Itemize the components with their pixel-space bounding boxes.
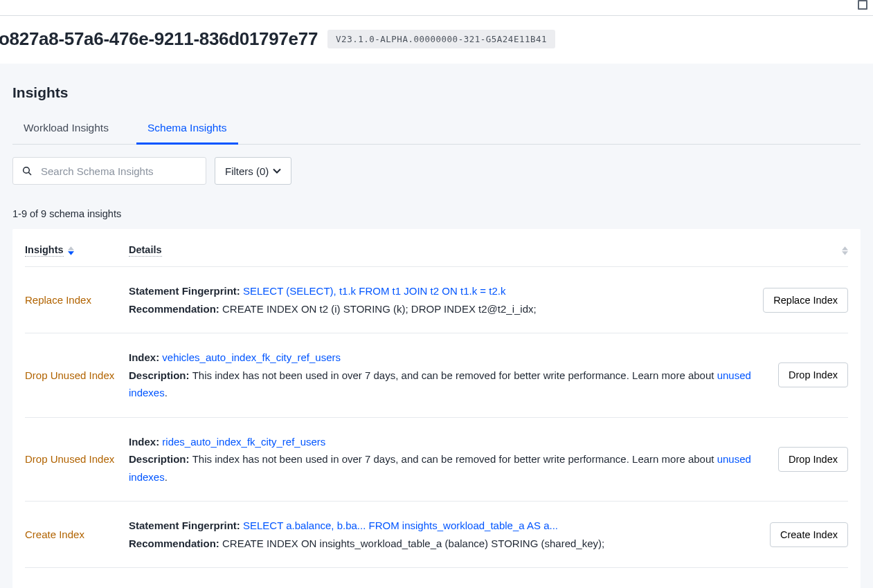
svg-point-0 (24, 167, 30, 174)
row-details: Statement Fingerprint: SELECT (SELECT), … (129, 583, 751, 588)
table-header: Insights Details (25, 240, 848, 267)
insight-type[interactable]: Replace Index (25, 294, 129, 306)
page-title: Insights (12, 84, 861, 101)
detail-text: CREATE INDEX ON insights_workload_table_… (222, 538, 604, 549)
insight-type[interactable]: Drop Unused Index (25, 369, 129, 381)
detail-label: Recommendation: (129, 303, 222, 315)
controls-bar: Filters (0) (12, 157, 861, 185)
sort-icon (68, 246, 74, 255)
table-row: Replace IndexStatement Fingerprint: SELE… (25, 267, 848, 333)
detail-label: Description: (129, 369, 192, 381)
results-panel: Insights Details Replace IndexStatement … (12, 229, 861, 588)
filters-label: Filters (0) (225, 165, 269, 177)
col-details[interactable]: Details (129, 244, 751, 257)
table-row: Drop Unused IndexIndex: rides_auto_index… (25, 418, 848, 502)
row-details: Statement Fingerprint: SELECT (SELECT), … (129, 282, 751, 318)
table-row: Create IndexStatement Fingerprint: SELEC… (25, 568, 848, 588)
version-badge: V23.1.0-ALPHA.00000000-321-G5A24E11B41 (327, 30, 555, 48)
action-button[interactable]: Create Index (770, 522, 848, 547)
row-details: Index: rides_auto_index_fk_city_ref_user… (129, 433, 751, 486)
action-button[interactable]: Drop Index (778, 447, 848, 472)
search-input[interactable] (39, 165, 197, 178)
detail-label: Index: (129, 351, 162, 363)
result-count: 1-9 of 9 schema insights (12, 208, 861, 219)
detail-label: Description: (129, 453, 192, 465)
detail-link[interactable]: SELECT a.balance, b.ba... FROM insights_… (243, 520, 558, 531)
detail-text: This index has not been used in over 7 d… (192, 369, 717, 381)
col-actions (751, 246, 848, 255)
top-bar (0, 0, 873, 16)
detail-label: Recommendation: (129, 538, 222, 549)
filters-button[interactable]: Filters (0) (215, 157, 291, 185)
cluster-uuid: o827a8-57a6-476e-9211-836d01797e77 (0, 28, 318, 50)
search-box[interactable] (12, 157, 206, 185)
insight-type[interactable]: Drop Unused Index (25, 453, 129, 465)
tab-workload-insights[interactable]: Workload Insights (24, 115, 109, 144)
row-action: Drop Index (751, 447, 848, 472)
tab-schema-insights[interactable]: Schema Insights (147, 115, 227, 144)
svg-line-1 (28, 172, 31, 175)
detail-label: Index: (129, 436, 162, 448)
tabs: Workload Insights Schema Insights (12, 115, 861, 145)
action-button[interactable]: Drop Index (778, 362, 848, 387)
row-action: Drop Index (751, 362, 848, 387)
row-details: Index: vehicles_auto_index_fk_city_ref_u… (129, 349, 751, 402)
chevron-down-icon (273, 167, 281, 175)
detail-link[interactable]: rides_auto_index_fk_city_ref_users (162, 436, 325, 448)
table-row: Create IndexStatement Fingerprint: SELEC… (25, 502, 848, 568)
row-action: Create Index (751, 522, 848, 547)
detail-label: Statement Fingerprint: (129, 285, 243, 297)
detail-link[interactable]: SELECT (SELECT), t1.k FROM t1 JOIN t2 ON… (243, 285, 505, 297)
detail-link[interactable]: vehicles_auto_index_fk_city_ref_users (162, 351, 341, 363)
main-content: Insights Workload Insights Schema Insigh… (0, 64, 873, 588)
page-header: o827a8-57a6-476e-9211-836d01797e77 V23.1… (0, 16, 873, 64)
action-button[interactable]: Replace Index (763, 288, 848, 313)
detail-text: This index has not been used in over 7 d… (192, 453, 717, 465)
col-insights[interactable]: Insights (25, 244, 129, 257)
search-icon (21, 165, 33, 176)
row-details: Statement Fingerprint: SELECT a.balance,… (129, 517, 751, 552)
row-action: Replace Index (751, 288, 848, 313)
detail-label: Statement Fingerprint: (129, 520, 243, 531)
insight-type[interactable]: Create Index (25, 529, 129, 540)
table-row: Drop Unused IndexIndex: vehicles_auto_in… (25, 333, 848, 418)
window-box-icon (858, 0, 867, 10)
detail-text: CREATE INDEX ON t2 (i) STORING (k); DROP… (222, 303, 537, 315)
sort-icon (842, 246, 848, 255)
